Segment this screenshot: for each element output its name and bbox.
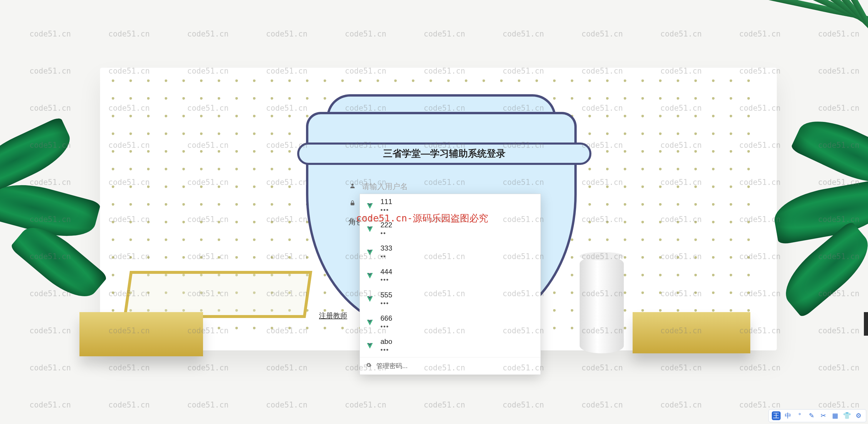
vue-badge-icon xyxy=(366,248,374,256)
leaf-decor xyxy=(0,116,78,196)
autocomplete-item[interactable]: 666••• xyxy=(360,311,540,334)
vue-badge-icon xyxy=(366,342,374,350)
tray-decor xyxy=(123,271,312,318)
autocomplete-password-mask: ••• xyxy=(380,346,392,354)
autocomplete-password-mask: ••• xyxy=(380,276,392,284)
username-input[interactable] xyxy=(362,182,535,191)
username-row xyxy=(346,178,537,195)
autocomplete-username: 111 xyxy=(380,198,392,206)
vue-badge-icon xyxy=(366,318,374,327)
autocomplete-item[interactable]: 333•• xyxy=(360,241,540,264)
svg-point-0 xyxy=(351,184,353,186)
vue-badge-icon xyxy=(366,272,374,280)
leaf-decor xyxy=(790,109,868,194)
autocomplete-password-mask: •• xyxy=(380,229,392,237)
vue-badge-icon xyxy=(366,202,374,210)
ime-toolbar[interactable]: 王 中 ° ✎ ✂ ▦ 👕 ⚙ xyxy=(769,409,866,422)
autocomplete-password-mask: ••• xyxy=(380,323,392,330)
side-tab[interactable] xyxy=(864,312,868,336)
vue-badge-icon xyxy=(366,295,374,303)
register-teacher-link[interactable]: 注册教师 xyxy=(319,311,347,320)
gear-icon xyxy=(366,362,372,370)
autocomplete-password-mask: ••• xyxy=(380,300,392,307)
palm-decor xyxy=(733,0,868,82)
svg-rect-1 xyxy=(351,203,354,205)
lock-icon xyxy=(348,199,356,208)
user-icon xyxy=(348,182,356,191)
login-title: 三省学堂—学习辅助系统登录 xyxy=(297,142,591,165)
gold-box-decor xyxy=(80,312,203,356)
cylinder-decor xyxy=(580,256,624,354)
autocomplete-username: 555 xyxy=(380,291,392,300)
autocomplete-username: 444 xyxy=(380,267,392,276)
ime-handwrite-icon[interactable]: ✎ xyxy=(807,411,816,420)
ime-punct-toggle[interactable]: ° xyxy=(795,411,804,420)
autocomplete-item[interactable]: abo••• xyxy=(360,334,540,357)
autocomplete-username: abo xyxy=(380,337,392,346)
ime-logo-icon[interactable]: 王 xyxy=(772,411,781,420)
autocomplete-password-mask: •• xyxy=(380,253,392,260)
manage-passwords-link[interactable]: 管理密码... xyxy=(360,357,540,374)
autocomplete-username: 333 xyxy=(380,244,392,253)
watermark-red: code51.cn-源码乐园盗图必究 xyxy=(356,212,488,225)
autocomplete-item[interactable]: 444••• xyxy=(360,264,540,287)
autocomplete-username: 666 xyxy=(380,314,392,323)
autocomplete-item[interactable]: 555••• xyxy=(360,287,540,311)
ime-lang-toggle[interactable]: 中 xyxy=(783,411,793,420)
vue-badge-icon xyxy=(366,225,374,233)
ime-scissors-icon[interactable]: ✂ xyxy=(819,411,828,420)
manage-passwords-label: 管理密码... xyxy=(376,362,407,370)
ime-settings-icon[interactable]: ⚙ xyxy=(854,411,863,420)
ime-skin-icon[interactable]: 👕 xyxy=(842,411,851,420)
ime-keyboard-icon[interactable]: ▦ xyxy=(831,411,839,420)
gold-box-decor xyxy=(632,312,750,354)
